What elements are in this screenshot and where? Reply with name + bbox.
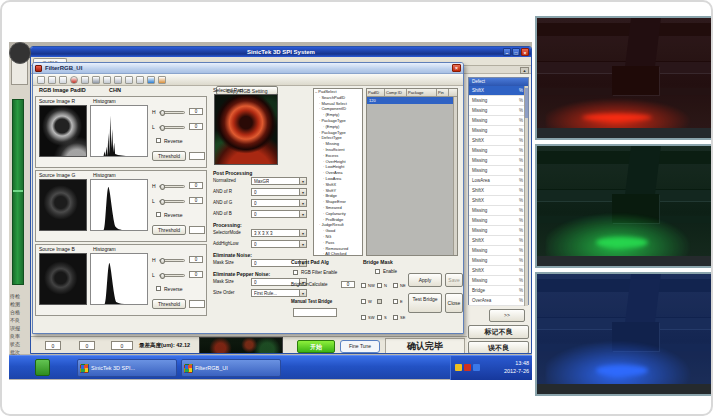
pad-table-scrollbar[interactable] (453, 97, 457, 255)
high-slider[interactable] (159, 185, 185, 188)
main-window-titlebar[interactable]: SinicTek 3D SPI System – □ × (31, 47, 531, 57)
threshold-button[interactable]: Threshold (152, 151, 186, 161)
low-slider-thumb[interactable] (160, 199, 165, 205)
low-slider-thumb[interactable] (160, 273, 165, 279)
chevron-down-icon[interactable]: ▾ (299, 211, 306, 217)
high-slider[interactable] (159, 111, 185, 114)
reverse-checkbox[interactable] (156, 212, 161, 217)
counter-field-1[interactable]: 0 (45, 341, 61, 350)
defect-row[interactable]: ShiftX% (469, 186, 528, 196)
counter-field-2[interactable]: 0 (79, 341, 95, 350)
defect-row[interactable]: ShiftX% (469, 236, 528, 246)
defect-row[interactable]: Missing% (469, 246, 528, 256)
grid-icon[interactable] (81, 76, 89, 84)
false-call-button[interactable]: 误不良 (468, 341, 529, 354)
close-dialog-button[interactable]: Close (445, 293, 463, 313)
post-row-dropdown[interactable]: 0▾ (251, 188, 307, 196)
reverse-checkbox[interactable] (156, 286, 161, 291)
defect-row[interactable]: Missing% (469, 216, 528, 226)
tray-shield-icon[interactable] (464, 364, 471, 371)
high-slider-thumb[interactable] (160, 184, 165, 190)
run-button[interactable]: 开始 (297, 340, 335, 353)
low-value-field[interactable]: 0 (189, 197, 203, 204)
post-row-dropdown[interactable]: 0▾ (251, 240, 307, 248)
table-icon[interactable] (114, 76, 122, 84)
save-icon[interactable] (48, 76, 56, 84)
low-value-field[interactable]: 0 (189, 271, 203, 278)
minimize-button[interactable]: – (503, 48, 511, 56)
chevron-down-icon[interactable]: ▾ (299, 290, 306, 296)
bridge-checkbox-N[interactable] (377, 283, 382, 288)
bridge-enable-checkbox[interactable] (375, 269, 380, 274)
low-slider[interactable] (159, 126, 185, 129)
post-row-dropdown[interactable]: First Rule...▾ (251, 289, 307, 297)
defect-row[interactable]: Missing% (469, 156, 528, 166)
tree-item[interactable]: · All Checked (314, 251, 362, 256)
save-button[interactable]: Save (445, 273, 463, 287)
more-button[interactable]: >> (489, 309, 525, 322)
chevron-down-icon[interactable]: ▾ (299, 178, 306, 184)
tray-network-icon[interactable] (473, 364, 480, 371)
defect-row[interactable]: Missing% (469, 106, 528, 116)
low-slider[interactable] (159, 200, 185, 203)
high-value-field[interactable]: 0 (189, 108, 203, 115)
low-slider[interactable] (159, 274, 185, 277)
bright-on-calc-field[interactable]: 0 (341, 281, 355, 288)
high-slider-thumb[interactable] (160, 258, 165, 264)
threshold-field[interactable] (189, 300, 205, 308)
counter-field-3[interactable]: 0 (111, 341, 133, 350)
bridge-checkbox-SW[interactable] (361, 315, 366, 320)
defect-row[interactable]: ShiftX% (469, 136, 528, 146)
record-icon[interactable] (70, 76, 78, 84)
defect-row[interactable]: ShiftX% (469, 196, 528, 206)
close-button[interactable]: × (521, 48, 529, 56)
post-row-dropdown[interactable]: 0▾ (251, 210, 307, 218)
defect-row[interactable]: Missing% (469, 116, 528, 126)
threshold-button[interactable]: Threshold (152, 299, 186, 309)
brush-icon[interactable] (136, 76, 144, 84)
confirm-complete-button[interactable]: 确认完毕 (385, 338, 465, 354)
high-value-field[interactable]: 0 (189, 182, 203, 189)
defect-row[interactable]: Missing% (469, 126, 528, 136)
scroll-arrow-icon[interactable]: ▲ (520, 67, 529, 74)
high-slider-thumb[interactable] (160, 110, 165, 116)
bridge-checkbox-center[interactable] (377, 299, 382, 304)
taskbar-app-2[interactable]: FilterRGB_UI (181, 359, 281, 377)
bridge-checkbox-NE[interactable] (393, 283, 398, 288)
maximize-button[interactable]: □ (512, 48, 520, 56)
defect-row[interactable]: Missing% (469, 96, 528, 106)
low-slider-thumb[interactable] (160, 125, 165, 131)
fine-tune-button[interactable]: Fine Tune (340, 340, 380, 353)
chevron-down-icon[interactable]: ▾ (299, 200, 306, 206)
chevron-down-icon[interactable]: ▾ (299, 241, 306, 247)
taskbar-app-1[interactable]: SinicTek 3D SPI... (77, 359, 177, 377)
chevron-down-icon[interactable]: ▾ (299, 189, 306, 195)
mark-defect-button[interactable]: 标记不良 (468, 325, 529, 339)
low-value-field[interactable]: 0 (189, 123, 203, 130)
layout-icon[interactable] (103, 76, 111, 84)
bridge-checkbox-S[interactable] (377, 315, 382, 320)
threshold-field[interactable] (189, 152, 205, 160)
threshold-field[interactable] (189, 226, 205, 234)
apply-button[interactable]: Apply (408, 273, 442, 287)
defect-row[interactable]: Missing% (469, 256, 528, 266)
dialog-titlebar[interactable]: FilterRGB_UI × (33, 63, 463, 74)
start-button[interactable] (35, 359, 50, 376)
bridge-checkbox-NW[interactable] (361, 283, 366, 288)
defect-row[interactable]: ShiftX% (469, 86, 528, 96)
image-icon[interactable] (92, 76, 100, 84)
pad-table-selected-row[interactable]: 120 (367, 97, 457, 104)
defect-row[interactable]: Missing% (469, 206, 528, 216)
defect-row[interactable]: LowArea% (469, 176, 528, 186)
defect-list-scrollbar[interactable] (524, 86, 528, 306)
dialog-close-icon[interactable]: × (452, 64, 461, 72)
defect-row[interactable]: OverArea% (469, 296, 528, 306)
bridge-checkbox-SE[interactable] (393, 315, 398, 320)
tray-warning-icon[interactable] (455, 364, 462, 371)
post-row-dropdown[interactable]: 3 X 3 X 3▾ (251, 229, 307, 237)
manual-test-bridge-field[interactable] (293, 308, 337, 317)
defect-row[interactable]: Missing% (469, 146, 528, 156)
defect-row[interactable]: Missing% (469, 166, 528, 176)
high-slider[interactable] (159, 259, 185, 262)
help-icon[interactable] (158, 76, 166, 84)
